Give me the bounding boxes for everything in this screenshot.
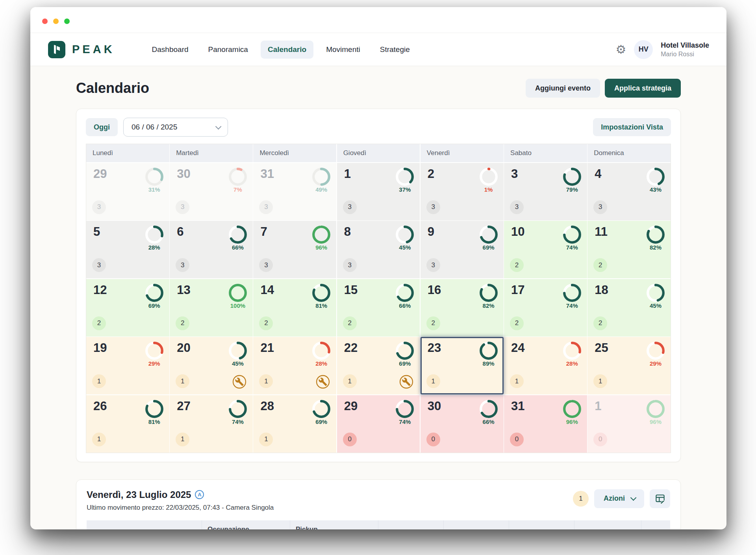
calendar-day-cell[interactable]: 379%3 <box>504 163 587 220</box>
day-number: 7 <box>260 225 267 239</box>
brand-wordmark: PEAK <box>72 43 115 56</box>
calendar-day-cell[interactable]: 443%3 <box>587 163 671 220</box>
calendar-day-cell[interactable]: 796%3 <box>253 221 336 278</box>
calendar-day-cell[interactable]: 3066%0 <box>421 395 504 453</box>
occupancy-percent: 82% <box>483 302 495 309</box>
calendar-day-cell[interactable]: 845%3 <box>337 221 420 278</box>
occupancy-ring <box>646 341 665 361</box>
calendar-day-cell[interactable]: 196%0 <box>587 395 671 453</box>
column-header-empty <box>87 520 202 530</box>
app-window: PEAK DashboardPanoramicaCalendarioMovime… <box>30 7 726 529</box>
calendar-day-cell[interactable]: 2389%1 <box>421 337 504 394</box>
calendar-day-cell[interactable]: 3196%0 <box>504 395 587 453</box>
occupancy-percent: 28% <box>566 360 578 367</box>
calendar-day-cell[interactable]: 1929%1 <box>86 337 169 394</box>
occupancy-percent: 7% <box>233 186 242 193</box>
weekday-header: Giovedì <box>337 144 420 162</box>
day-number: 30 <box>177 167 190 181</box>
rooms-badge: 1 <box>259 433 273 446</box>
calendar-day-cell[interactable]: 2774%1 <box>170 395 253 453</box>
day-number: 5 <box>93 225 100 239</box>
nav-item-movimenti[interactable]: Movimenti <box>319 41 367 59</box>
column-header-empty <box>443 520 509 530</box>
nav-item-dashboard[interactable]: Dashboard <box>145 41 196 59</box>
today-button[interactable]: Oggi <box>86 118 118 136</box>
calendar-day-cell[interactable]: 137%3 <box>337 163 420 220</box>
occupancy-percent: 82% <box>650 244 662 251</box>
calendar-day-cell[interactable]: 1566%2 <box>337 279 420 337</box>
user-info[interactable]: Hotel Villasole Mario Rossi <box>661 41 709 58</box>
occupancy-percent: 100% <box>230 302 245 309</box>
minimize-window-icon[interactable] <box>53 18 59 24</box>
calendar-day-cell[interactable]: 2974%0 <box>337 395 420 453</box>
occupancy-ring <box>646 399 665 419</box>
day-number: 27 <box>177 399 190 413</box>
calendar-day-cell[interactable]: 2529%1 <box>587 337 671 394</box>
top-navbar: PEAK DashboardPanoramicaCalendarioMovime… <box>30 33 726 66</box>
user-name: Mario Rossi <box>661 51 709 58</box>
calendar-day-cell[interactable]: 2931%3 <box>86 163 169 220</box>
calendar-day-cell[interactable]: 2869%1 <box>253 395 336 453</box>
day-number: 18 <box>595 283 608 297</box>
weekday-header: Lunedì <box>86 144 169 162</box>
calendar-day-cell[interactable]: 666%3 <box>170 221 253 278</box>
occupancy-percent: 81% <box>315 302 327 309</box>
weekday-header: Venerdì <box>421 144 504 162</box>
occupancy-percent: 81% <box>148 418 160 425</box>
nav-item-calendario[interactable]: Calendario <box>261 41 313 59</box>
rooms-badge: 3 <box>176 200 189 214</box>
day-number: 31 <box>511 399 524 413</box>
calendar-day-cell[interactable]: 528%3 <box>86 221 169 278</box>
apply-strategy-button[interactable]: Applica strategia <box>605 79 681 98</box>
occupancy-ring <box>562 283 582 303</box>
view-settings-button[interactable]: Impostazioni Vista <box>593 118 671 136</box>
calendar-day-cell[interactable]: 2128%1 <box>253 337 336 394</box>
occupancy-ring <box>479 225 498 244</box>
calendar-day-cell[interactable]: 2045%1 <box>170 337 253 394</box>
occupancy-percent: 74% <box>399 418 411 425</box>
rooms-badge: 3 <box>593 200 607 214</box>
wrench-icon <box>232 374 247 390</box>
calendar-day-cell[interactable]: 1182%2 <box>587 221 671 278</box>
calendar-day-cell[interactable]: 1269%2 <box>86 279 169 337</box>
calendar-day-cell[interactable]: 1074%2 <box>504 221 587 278</box>
calendar-day-cell[interactable]: 1845%2 <box>587 279 671 337</box>
close-window-icon[interactable] <box>42 18 48 24</box>
avatar[interactable]: HV <box>634 40 653 59</box>
calendar-day-cell[interactable]: 307%3 <box>170 163 253 220</box>
calendar-day-cell[interactable]: 2428%1 <box>504 337 587 394</box>
day-number: 16 <box>428 283 441 297</box>
actions-dropdown[interactable]: Azioni <box>594 489 644 508</box>
calendar-day-cell[interactable]: 1682%2 <box>421 279 504 337</box>
calendar-day-cell[interactable]: 13100%2 <box>170 279 253 337</box>
nav-item-panoramica[interactable]: Panoramica <box>201 41 255 59</box>
rooms-badge: 2 <box>510 316 524 330</box>
calendar-card: Oggi 06 / 06 / 2025 Impostazioni Vista L… <box>76 109 681 462</box>
calendar-day-cell[interactable]: 1774%2 <box>504 279 587 337</box>
occupancy-percent: 66% <box>483 418 495 425</box>
occupancy-ring <box>228 341 248 361</box>
window-titlebar <box>30 7 726 33</box>
occupancy-ring <box>145 399 164 419</box>
add-event-button[interactable]: Aggiungi evento <box>526 79 600 98</box>
maximize-window-icon[interactable] <box>64 18 70 24</box>
occupancy-percent: 45% <box>232 360 244 367</box>
occupancy-percent: 45% <box>399 244 411 251</box>
gear-icon[interactable]: ⚙ <box>615 44 626 56</box>
column-header-empty <box>574 520 641 530</box>
day-number: 3 <box>511 167 518 181</box>
brand-logo[interactable]: PEAK <box>48 41 115 59</box>
calendar-day-cell[interactable]: 1481%2 <box>253 279 336 337</box>
day-number: 25 <box>595 341 608 355</box>
nav-item-strategie[interactable]: Strategie <box>373 41 417 59</box>
calendar-day-cell[interactable]: 2681%1 <box>86 395 169 453</box>
date-select[interactable]: 06 / 06 / 2025 <box>123 118 228 137</box>
calendar-day-cell[interactable]: 21%3 <box>421 163 504 220</box>
auto-pricing-icon[interactable]: A <box>195 490 204 499</box>
edit-table-button[interactable] <box>650 489 670 508</box>
occupancy-ring <box>145 225 164 244</box>
calendar-day-cell[interactable]: 969%3 <box>421 221 504 278</box>
calendar-day-cell[interactable]: 3149%3 <box>253 163 336 220</box>
rooms-badge: 0 <box>593 433 607 446</box>
calendar-day-cell[interactable]: 2269%1 <box>337 337 420 394</box>
